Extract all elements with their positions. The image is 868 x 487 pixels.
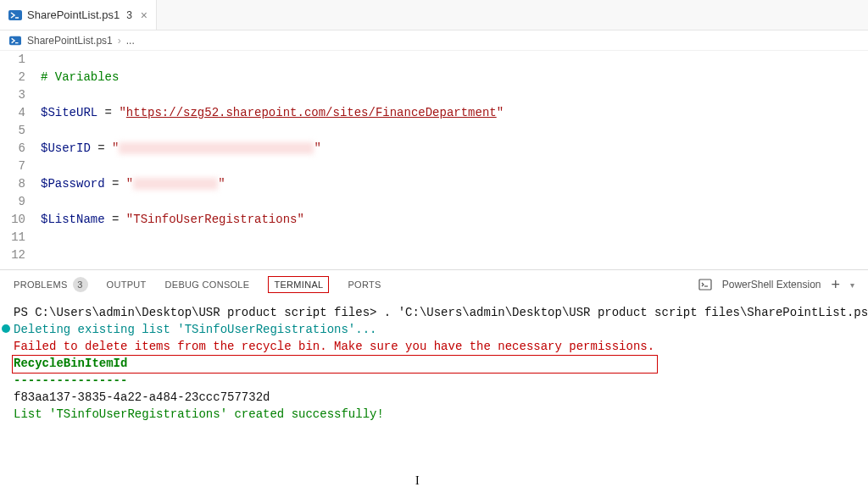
tab-debug-console[interactable]: DEBUG CONSOLE	[165, 279, 250, 290]
code-content[interactable]: # Variables $SiteURL = "https://szg52.sh…	[41, 51, 868, 269]
chevron-down-icon[interactable]: ▾	[850, 280, 854, 290]
tab-terminal[interactable]: TERMINAL	[268, 276, 329, 293]
breadcrumb[interactable]: SharePointList.ps1 › ...	[0, 30, 868, 51]
file-tab-modified-indicator: 3	[126, 9, 132, 21]
terminal-output[interactable]: PS C:\Users\admin\Desktop\USR product sc…	[0, 299, 868, 428]
terminal-profile-label[interactable]: PowerShell Extension	[722, 279, 821, 291]
problems-count-badge: 3	[73, 277, 88, 292]
line-number: 1	[0, 51, 25, 69]
breadcrumb-ellipsis: ...	[126, 35, 135, 47]
tab-ports[interactable]: PORTS	[348, 279, 381, 290]
code-token: "	[218, 177, 225, 191]
code-token: "	[112, 141, 119, 155]
code-token: $ListName	[41, 213, 105, 226]
tab-label: DEBUG CONSOLE	[165, 279, 250, 290]
line-number: 2	[0, 69, 25, 86]
line-number: 5	[0, 122, 25, 140]
powershell-icon	[8, 8, 22, 22]
code-token: "TSinfoUserRegistrations"	[126, 213, 304, 226]
bottom-panel: PROBLEMS 3 OUTPUT DEBUG CONSOLE TERMINAL…	[0, 269, 868, 428]
line-number: 10	[0, 211, 25, 229]
tab-output[interactable]: OUTPUT	[107, 279, 147, 290]
svg-rect-4	[699, 279, 711, 290]
code-token: $SiteURL	[41, 106, 97, 119]
code-token: $UserID	[41, 141, 91, 155]
line-number: 4	[0, 104, 25, 122]
code-token: "	[119, 106, 125, 119]
status-dot-icon	[2, 324, 10, 333]
panel-tab-bar: PROBLEMS 3 OUTPUT DEBUG CONSOLE TERMINAL…	[0, 270, 868, 299]
line-number: 12	[0, 246, 25, 264]
line-number-gutter: 1 2 3 4 5 6 7 8 9 10 11 12	[0, 51, 41, 269]
code-token: =	[97, 106, 119, 119]
text-cursor-icon: I	[415, 473, 420, 487]
line-number: 11	[0, 229, 25, 246]
terminal-success-line: List 'TSinfoUserRegistrations' created s…	[14, 406, 854, 423]
file-tab-label: SharePointList.ps1	[27, 8, 120, 21]
line-number: 6	[0, 140, 25, 158]
code-token: # Variables	[41, 70, 119, 84]
code-token: "	[314, 141, 320, 155]
terminal-line: PS C:\Users\admin\Desktop\USR product sc…	[14, 304, 854, 321]
tab-label: OUTPUT	[107, 279, 147, 290]
close-icon[interactable]: ×	[141, 8, 147, 22]
file-tab-sharepointlist[interactable]: SharePointList.ps1 3 ×	[0, 0, 157, 30]
tab-label: TERMINAL	[274, 279, 323, 290]
code-token: =	[91, 141, 112, 155]
terminal-line: RecycleBinItemId	[14, 355, 854, 372]
chevron-right-icon: ›	[118, 35, 121, 47]
code-editor[interactable]: 1 2 3 4 5 6 7 8 9 10 11 12 # Variables $…	[0, 51, 868, 269]
code-token: $Password	[41, 177, 105, 191]
tab-problems[interactable]: PROBLEMS 3	[14, 277, 88, 292]
terminal-error-line: Failed to delete items from the recycle …	[14, 338, 854, 355]
terminal-line: f83aa137-3835-4a22-a484-23ccc757732d	[14, 389, 854, 406]
code-token: "	[497, 106, 504, 119]
terminal-line: Deleting existing list 'TSinfoUserRegist…	[14, 321, 854, 338]
editor-tab-bar: SharePointList.ps1 3 ×	[0, 0, 868, 30]
redacted-value	[119, 142, 314, 154]
redacted-value	[133, 178, 218, 190]
code-token: "	[126, 177, 133, 191]
line-number: 3	[0, 86, 25, 104]
code-token: =	[105, 177, 126, 191]
tab-label: PORTS	[348, 279, 381, 290]
line-number: 9	[0, 193, 25, 211]
line-number: 8	[0, 175, 25, 193]
line-number: 7	[0, 158, 25, 175]
powershell-icon	[8, 34, 22, 47]
terminal-line: ----------------	[14, 372, 854, 389]
code-token: https://szg52.sharepoint.com/sites/Finan…	[126, 106, 497, 119]
new-terminal-button[interactable]: +	[831, 277, 840, 292]
breadcrumb-file: SharePointList.ps1	[27, 35, 113, 47]
terminal-type-icon	[698, 278, 712, 291]
tab-label: PROBLEMS	[14, 279, 68, 290]
code-token: =	[105, 213, 126, 226]
